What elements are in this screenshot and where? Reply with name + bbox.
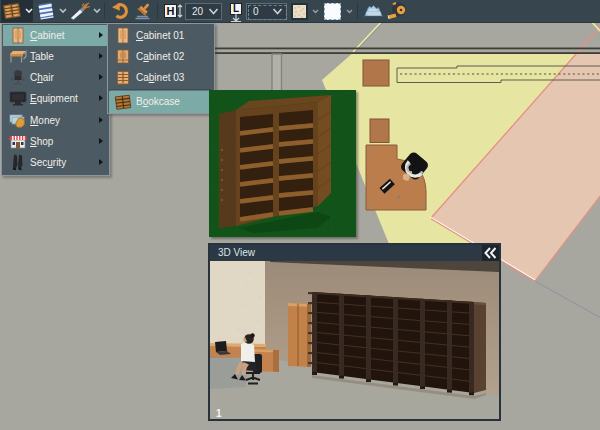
svg-text:1: 1	[216, 408, 222, 419]
